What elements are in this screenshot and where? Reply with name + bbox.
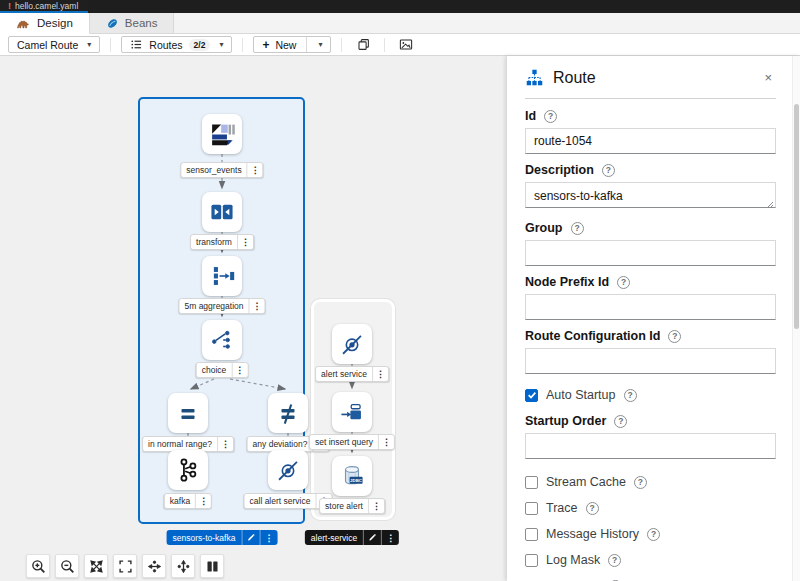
node-store-alert[interactable]: JDBC: [332, 456, 372, 496]
help-icon[interactable]: ?: [634, 476, 647, 489]
help-icon[interactable]: ?: [571, 222, 584, 235]
node-call-alert-service[interactable]: [268, 450, 308, 490]
node-label-kafka[interactable]: kafka ⋮: [164, 493, 212, 509]
checkbox-stream-cache[interactable]: Stream Cache ?: [525, 475, 776, 489]
node-transform[interactable]: [202, 192, 242, 232]
edit-route-id-button[interactable]: [363, 530, 381, 545]
help-icon[interactable]: ?: [544, 110, 557, 123]
help-icon[interactable]: ?: [647, 528, 660, 541]
node-label-sensor-events[interactable]: sensor_events ⋮: [180, 162, 263, 178]
route-tree-icon: [525, 68, 544, 87]
flow-canvas[interactable]: sensor_events ⋮ transform ⋮: [0, 56, 507, 581]
help-icon[interactable]: ?: [624, 389, 637, 402]
copy-flow-button[interactable]: [352, 36, 374, 53]
route-id-badge-alert-service[interactable]: alert-service ⋮: [305, 530, 399, 545]
field-group-label: Group: [525, 221, 563, 235]
zoom-in-button[interactable]: [26, 554, 50, 578]
node-label-aggregation[interactable]: 5m aggregation ⋮: [178, 298, 265, 314]
flow-type-dropdown[interactable]: Camel Route ▾: [8, 36, 100, 53]
node-set-insert-query[interactable]: [332, 392, 372, 432]
panel-header: Route ×: [525, 68, 776, 98]
kebab-menu-icon[interactable]: ⋮: [259, 530, 277, 545]
node-choice[interactable]: [202, 320, 242, 360]
checkbox-unchecked-icon[interactable]: [525, 476, 538, 489]
kebab-menu-icon[interactable]: ⋮: [249, 299, 265, 313]
tab-beans[interactable]: Beans: [90, 13, 175, 33]
editor-titlebar: ! hello.camel.yaml: [0, 0, 800, 13]
bean-icon: [106, 17, 119, 30]
help-icon[interactable]: ?: [586, 502, 599, 515]
help-icon[interactable]: ?: [668, 330, 681, 343]
node-label-store-alert[interactable]: store alert ⋮: [319, 498, 385, 514]
routes-dropdown[interactable]: Routes 2/2 ▾: [121, 36, 232, 53]
description-textarea[interactable]: sensors-to-kafka: [525, 182, 776, 208]
checkbox-checked-icon[interactable]: [525, 389, 538, 402]
startup-order-input[interactable]: [525, 433, 776, 459]
help-icon[interactable]: ?: [602, 164, 615, 177]
kebab-menu-icon[interactable]: ⋮: [378, 435, 394, 449]
id-input[interactable]: [525, 128, 776, 154]
svg-text:JDBC: JDBC: [350, 478, 363, 483]
field-node-prefix-id-label: Node Prefix Id: [525, 275, 609, 289]
checkbox-trace[interactable]: Trace ?: [525, 501, 776, 515]
kebab-menu-icon[interactable]: ⋮: [237, 235, 253, 249]
node-kafka[interactable]: [168, 450, 208, 490]
equals-icon: [175, 400, 201, 426]
checkbox-message-history[interactable]: Message History ?: [525, 527, 776, 541]
expand-icon: [117, 558, 134, 575]
zoom-out-icon: [59, 558, 76, 575]
node-prefix-id-input[interactable]: [525, 294, 776, 320]
app-window: ! hello.camel.yaml Design Beans Camel Ro…: [0, 0, 800, 581]
aggregate-icon: [209, 263, 235, 289]
node-aggregation[interactable]: [202, 256, 242, 296]
horizontal-layout-button[interactable]: [142, 554, 166, 578]
help-icon[interactable]: ?: [614, 415, 627, 428]
kebab-menu-icon[interactable]: ⋮: [381, 530, 399, 545]
fit-to-screen-button[interactable]: [84, 554, 108, 578]
canvas-toolbar: Camel Route ▾ Routes 2/2 ▾ + New ▾: [0, 34, 800, 56]
group-input[interactable]: [525, 240, 776, 266]
resize-grip-icon[interactable]: [766, 201, 774, 209]
node-label-transform[interactable]: transform ⋮: [190, 234, 254, 250]
catalog-button[interactable]: [200, 554, 224, 578]
route-configuration-id-input[interactable]: [525, 348, 776, 374]
node-label-choice[interactable]: choice ⋮: [196, 362, 249, 378]
node-alert-service[interactable]: [332, 324, 372, 364]
file-tab[interactable]: ! hello.camel.yaml: [0, 0, 88, 13]
zoom-out-button[interactable]: [55, 554, 79, 578]
route-id-badge-sensors-to-kafka[interactable]: sensors-to-kafka ⋮: [167, 530, 278, 545]
kebab-menu-icon[interactable]: ⋮: [368, 499, 384, 513]
node-otherwise[interactable]: [268, 393, 308, 433]
export-image-button[interactable]: [395, 36, 417, 53]
checkbox-unchecked-icon[interactable]: [525, 554, 538, 567]
kebab-menu-icon[interactable]: ⋮: [195, 494, 211, 508]
toolbar-divider: [110, 38, 111, 52]
help-icon[interactable]: ?: [608, 554, 621, 567]
kebab-menu-icon[interactable]: ⋮: [372, 367, 388, 381]
node-sensor-events[interactable]: [202, 114, 242, 154]
pencil-icon: [368, 533, 377, 542]
chevron-down-icon[interactable]: ▾: [318, 40, 322, 49]
scrollbar-thumb[interactable]: [794, 104, 799, 329]
kebab-menu-icon[interactable]: ⋮: [247, 163, 263, 177]
close-icon[interactable]: ×: [760, 69, 776, 86]
checkbox-unchecked-icon[interactable]: [525, 528, 538, 541]
checkbox-auto-startup[interactable]: Auto Startup ?: [525, 388, 776, 402]
new-route-split-button[interactable]: + New ▾: [253, 36, 331, 53]
edit-route-id-button[interactable]: [241, 530, 259, 545]
checkbox-label: Log Mask: [546, 553, 600, 567]
panel-scrollbar[interactable]: [792, 56, 800, 581]
kebab-menu-icon[interactable]: ⋮: [217, 437, 233, 451]
node-label-alert-service[interactable]: alert service ⋮: [315, 366, 389, 382]
field-id-label: Id: [525, 109, 536, 123]
reset-view-button[interactable]: [113, 554, 137, 578]
kebab-menu-icon[interactable]: ⋮: [231, 363, 247, 377]
node-label-set-insert-query[interactable]: set insert query ⋮: [309, 434, 395, 450]
view-tabs: Design Beans: [0, 13, 800, 34]
help-icon[interactable]: ?: [617, 276, 630, 289]
node-when[interactable]: [168, 393, 208, 433]
checkbox-unchecked-icon[interactable]: [525, 502, 538, 515]
vertical-layout-button[interactable]: [171, 554, 195, 578]
checkbox-log-mask[interactable]: Log Mask ?: [525, 553, 776, 567]
tab-design[interactable]: Design: [0, 13, 90, 34]
